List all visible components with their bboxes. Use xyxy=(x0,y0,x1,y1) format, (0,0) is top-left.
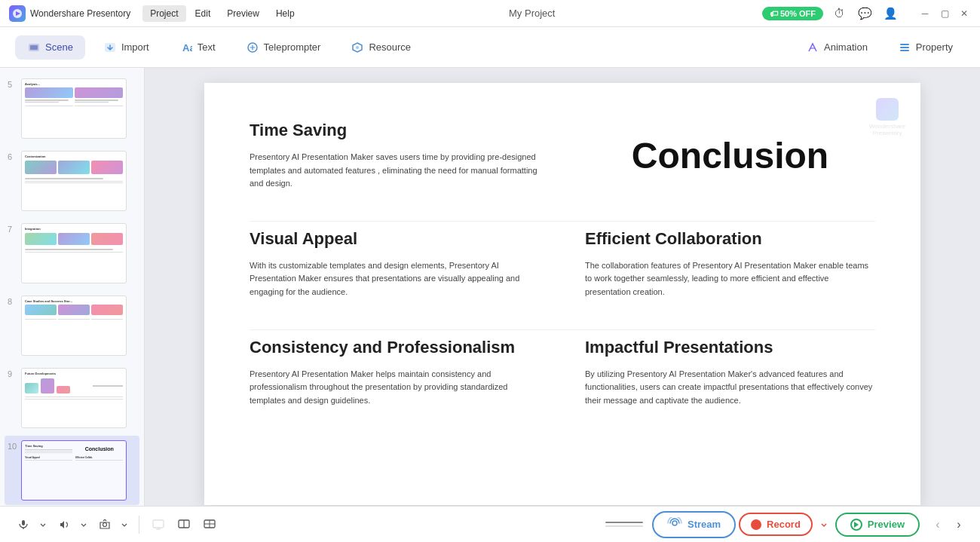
canvas-area: WondersharePresentory Time Saving Presen… xyxy=(145,68,980,506)
section-time-saving: Time Saving Presentory AI Presentation M… xyxy=(250,121,540,191)
svg-rect-9 xyxy=(900,47,909,48)
slide-item-6[interactable]: 6 Customization xyxy=(5,146,139,216)
slide-item-5[interactable]: 5 Analysis... xyxy=(5,74,139,143)
stream-label: Stream xyxy=(688,519,721,530)
slide-panel: 5 Analysis... xyxy=(0,68,145,506)
close-button[interactable]: ✕ xyxy=(957,7,971,20)
menu-help[interactable]: Help xyxy=(268,5,302,22)
preview-button[interactable]: Preview xyxy=(835,513,920,537)
slide-item-9[interactable]: 9 Future Developments xyxy=(5,363,139,433)
time-saving-title: Time Saving xyxy=(250,121,540,140)
animation-icon xyxy=(806,41,819,54)
record-dropdown[interactable] xyxy=(816,516,832,533)
record-button[interactable]: Record xyxy=(739,513,813,536)
app-name: Wondershare Presentory xyxy=(30,8,130,19)
consistency-text: Presentory AI Presentation Maker helps m… xyxy=(250,368,540,408)
speaker-group xyxy=(53,513,90,536)
user-icon[interactable]: 👤 xyxy=(880,4,900,23)
scene-icon xyxy=(27,41,41,54)
slide-thumb-8: Case Studies and Success Stor... xyxy=(21,295,127,356)
bottom-bar: Stream Record Preview ‹ › xyxy=(0,506,980,542)
svg-point-22 xyxy=(672,521,677,525)
speaker-button[interactable] xyxy=(53,513,75,536)
text-icon: Aa xyxy=(179,41,193,54)
speaker-dropdown[interactable] xyxy=(77,513,90,536)
impactful-title: Impactful Presentations xyxy=(585,338,875,357)
camera-group xyxy=(93,513,131,536)
camera-button[interactable] xyxy=(93,513,116,536)
svg-rect-11 xyxy=(22,520,25,525)
section-consistency: Consistency and Professionalism Presento… xyxy=(250,338,540,408)
efficient-collab-title: Efficient Collaboration xyxy=(585,229,875,249)
nav-next[interactable]: › xyxy=(950,516,968,534)
menu-project[interactable]: Project xyxy=(142,5,185,22)
toolbar: Scene Import Aa Text Teleprompter Resour… xyxy=(0,27,980,68)
mic-dropdown[interactable] xyxy=(36,513,50,536)
teleprompter-button[interactable]: Teleprompter xyxy=(234,35,333,60)
svg-point-13 xyxy=(103,522,107,526)
separator-1 xyxy=(139,516,139,534)
scene-button[interactable]: Scene xyxy=(15,35,85,60)
import-icon xyxy=(103,41,117,54)
slide-thumb-10: Time Saving Conclusion Visual Appeal xyxy=(21,440,127,501)
section-efficient-collab: Efficient Collaboration The collaboratio… xyxy=(585,229,875,299)
title-bar-actions: 🏷 50% OFF ⏱ 💬 👤 ─ ▢ ✕ xyxy=(762,4,971,23)
svg-point-7 xyxy=(356,46,359,49)
section-impactful: Impactful Presentations By utilizing Pre… xyxy=(585,338,875,408)
import-button[interactable]: Import xyxy=(91,35,161,60)
logo-icon xyxy=(9,5,26,22)
preview-label: Preview xyxy=(868,519,905,530)
animation-button[interactable]: Animation xyxy=(794,35,880,60)
progress-line-2 xyxy=(605,525,643,527)
app-logo: Wondershare Presentory xyxy=(9,5,130,22)
impactful-text: By utilizing Presentory AI Presentation … xyxy=(585,368,875,408)
menu-edit[interactable]: Edit xyxy=(188,5,219,22)
text-button[interactable]: Aa Text xyxy=(167,35,228,60)
stream-icon xyxy=(667,517,682,532)
project-title: My Project xyxy=(302,8,762,19)
slide-item-7[interactable]: 7 Integration xyxy=(5,219,139,288)
consistency-title: Consistency and Professionalism xyxy=(250,338,540,357)
slide-thumb-6: Customization xyxy=(21,151,127,211)
menu-preview[interactable]: Preview xyxy=(219,5,267,22)
watermark: WondersharePresentory xyxy=(869,98,905,136)
conclusion-block: Conclusion xyxy=(585,121,875,191)
visual-appeal-title: Visual Appeal xyxy=(250,229,540,249)
slide-item-8[interactable]: 8 Case Studies and Success Stor... xyxy=(5,291,139,360)
slide-item-10[interactable]: 10 Time Saving Conclusion xyxy=(5,436,139,505)
resource-icon xyxy=(351,41,364,54)
mic-group xyxy=(12,513,50,536)
camera-dropdown[interactable] xyxy=(118,513,131,536)
slide-thumb-7: Integration xyxy=(21,223,127,283)
slide-thumb-5: Analysis... xyxy=(21,78,127,139)
timer-icon[interactable]: ⏱ xyxy=(829,4,849,23)
promo-badge[interactable]: 🏷 50% OFF xyxy=(762,7,823,20)
visual-appeal-text: With its customizable templates and desi… xyxy=(250,259,540,299)
progress-area xyxy=(605,522,643,527)
resource-button[interactable]: Resource xyxy=(338,35,423,60)
property-icon xyxy=(898,41,911,54)
menu-bar: Project Edit Preview Help xyxy=(142,5,302,22)
view-grid-button[interactable] xyxy=(198,513,221,536)
time-saving-text: Presentory AI Presentation Maker saves u… xyxy=(250,151,540,191)
svg-text:Aa: Aa xyxy=(182,42,192,54)
svg-rect-3 xyxy=(30,45,38,50)
mic-button[interactable] xyxy=(12,513,35,536)
svg-rect-14 xyxy=(153,520,164,528)
property-button[interactable]: Property xyxy=(886,35,965,60)
view-desktop-button[interactable] xyxy=(147,513,170,536)
efficient-collab-text: The collaboration features of Presentory… xyxy=(585,259,875,299)
maximize-button[interactable]: ▢ xyxy=(938,7,951,20)
nav-prev[interactable]: ‹ xyxy=(929,516,947,534)
conclusion-title: Conclusion xyxy=(632,135,828,176)
main-layout: 5 Analysis... xyxy=(0,68,980,506)
minimize-button[interactable]: ─ xyxy=(918,7,932,20)
stream-button[interactable]: Stream xyxy=(652,511,736,538)
preview-play-icon xyxy=(850,519,862,531)
teleprompter-icon xyxy=(246,41,259,54)
svg-rect-10 xyxy=(900,50,909,51)
slide-thumb-9: Future Developments xyxy=(21,368,127,428)
chat-icon[interactable]: 💬 xyxy=(855,4,874,23)
view-split-button[interactable] xyxy=(173,513,195,536)
svg-rect-8 xyxy=(900,44,909,45)
